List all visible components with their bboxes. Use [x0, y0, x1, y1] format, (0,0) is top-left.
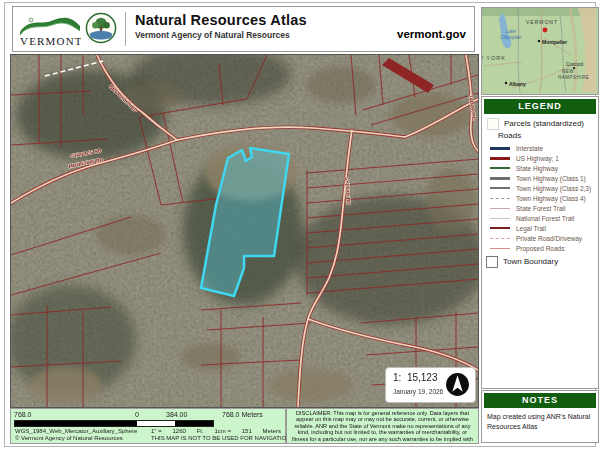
inch-scale-value: 1260: [172, 428, 185, 434]
legend-header: LEGEND: [484, 99, 596, 114]
projection-label: WGS_1984_Web_Mercator_Auxiliary_Sphere: [15, 428, 137, 434]
road-style-swatch: [490, 227, 510, 229]
road-style-swatch: [490, 187, 510, 189]
aerial-map: BROOKLYN RD STAPLES RD MOUNTAIN RD SYLVA…: [11, 55, 478, 407]
road-style-swatch: [490, 167, 510, 169]
vermont-logo: VERMONT: [19, 10, 81, 48]
road-item-label: Interstate: [516, 145, 543, 152]
scalebar-left-value: 768.0: [14, 411, 32, 418]
road-item-label: Proposed Roads: [516, 245, 564, 252]
town-boundary-swatch: [486, 256, 498, 268]
lake-label-1: Lake: [506, 29, 516, 34]
cm-scale-label: 1cm =: [214, 428, 231, 434]
vermont-gov-link[interactable]: vermont.gov: [397, 28, 466, 40]
scale-equivalents: 1" = 1260 Ft. 1cm = 151 Meters: [151, 428, 281, 434]
moon-icon: [29, 18, 33, 22]
road-style-swatch: [490, 198, 510, 199]
road-style-swatch: [490, 157, 510, 160]
legend-road-item: Legal Trail: [482, 223, 598, 233]
overview-map-canvas: VERMONT Lake Champlain Montpelier NEW YO…: [482, 8, 596, 92]
scalebar-zero-value: 0: [135, 411, 139, 418]
legend-parcels-item: Parcels (standardized): [482, 118, 598, 129]
legend-road-item: Town Highway (Class 4): [482, 193, 598, 203]
title-block: Natural Resources Atlas Vermont Agency o…: [125, 12, 307, 46]
legend-town-boundary-item: Town Boundary: [482, 256, 598, 267]
legend-roads-group: Roads: [482, 130, 598, 141]
wordmark-text: VERMONT: [20, 35, 81, 47]
ny-label: NEW YORK: [482, 55, 506, 61]
scalebar-panel: 768.0 0 384.00 768.0 Meters WGS_1984_Web…: [10, 408, 286, 444]
road-item-label: National Forest Trail: [516, 215, 574, 222]
map-date: January 19, 2026: [393, 388, 443, 395]
legend-panel: LEGEND Parcels (standardized) Roads Inte…: [481, 96, 599, 389]
albany-label: Albany: [509, 81, 526, 87]
road-item-label: State Forest Trail: [516, 205, 566, 212]
legend-road-item: Town Highway (Class 1): [482, 173, 598, 183]
road-style-swatch: [490, 218, 510, 219]
scalebar-right-value: 768.0 Meters: [222, 411, 263, 418]
scale-bar: [14, 420, 214, 427]
road-item-label: Legal Trail: [516, 225, 546, 232]
notes-body: Map created using ANR's Natural Resource…: [482, 410, 598, 434]
legend-road-item: State Forest Trail: [482, 203, 598, 213]
map-canvas[interactable]: BROOKLYN RD STAPLES RD MOUNTAIN RD SYLVA…: [10, 54, 479, 408]
map-scale-ratio: 1: 15,123: [393, 372, 437, 383]
legend-road-item: US Highway; 1: [482, 153, 598, 163]
notes-header: NOTES: [484, 393, 596, 408]
road-item-label: Private Road/Driveway: [516, 235, 582, 242]
road-style-swatch: [490, 238, 510, 239]
page-title: Natural Resources Atlas: [135, 12, 307, 28]
nh-label-2: HAMPSHIRE: [558, 75, 589, 80]
road-item-label: Town Highway (Class 4): [516, 195, 586, 202]
legend-road-item: National Forest Trail: [482, 213, 598, 223]
disclaimer-panel: DISCLAIMER: This map is for general refe…: [286, 408, 479, 444]
road-style-swatch: [490, 248, 510, 249]
parcels-label: Parcels (standardized): [504, 119, 584, 128]
road-style-swatch: [490, 208, 510, 209]
disclaimer-text: DISCLAIMER: This map is for general refe…: [287, 409, 478, 444]
road-item-label: State Highway: [516, 165, 558, 172]
lake-label-2: Champlain: [500, 35, 522, 40]
anr-seal-icon: [85, 12, 117, 44]
scale-info-box: 1: 15,123 January 19, 2026: [385, 367, 476, 403]
parcels-swatch: [487, 118, 499, 130]
legend-road-item: Interstate: [482, 143, 598, 153]
navigation-warning: THIS MAP IS NOT TO BE USED FOR NAVIGATIO…: [151, 435, 291, 441]
road-item-label: Town Highway (Class 1): [516, 175, 586, 182]
road-item-label: Town Highway (Class 2,3): [516, 185, 591, 192]
notes-panel: NOTES Map created using ANR's Natural Re…: [481, 390, 599, 443]
overview-map[interactable]: VERMONT Lake Champlain Montpelier NEW YO…: [481, 7, 599, 95]
inch-scale-unit: Ft.: [197, 428, 204, 434]
page-subtitle: Vermont Agency of Natural Resources: [135, 30, 307, 40]
legend-road-item: Town Highway (Class 2,3): [482, 183, 598, 193]
location-marker: [543, 28, 548, 33]
legend-road-item: Proposed Roads: [482, 243, 598, 253]
road-style-swatch: [490, 177, 510, 180]
roads-group-label: Roads: [498, 131, 521, 140]
state-label: VERMONT: [526, 19, 558, 25]
header: VERMONT Natural Resources Atlas Vermont …: [12, 6, 475, 52]
legend-road-item: Private Road/Driveway: [482, 233, 598, 243]
copyright-label: © Vermont Agency of Natural Resources: [15, 435, 123, 441]
capital-label: Montpelier: [542, 39, 567, 45]
legend-road-item: State Highway: [482, 163, 598, 173]
concord-label: Concord: [566, 62, 584, 67]
scalebar-mid-value: 384.00: [166, 411, 187, 418]
cm-scale-value: 151: [242, 428, 252, 434]
road-item-label: US Highway; 1: [516, 155, 559, 162]
road-style-swatch: [490, 147, 510, 150]
nh-label-1: NEW: [562, 69, 574, 74]
north-arrow-icon: [445, 372, 470, 397]
town-boundary-label: Town Boundary: [503, 257, 558, 266]
inch-scale-label: 1" =: [151, 428, 162, 434]
cm-scale-unit: Meters: [263, 428, 281, 434]
